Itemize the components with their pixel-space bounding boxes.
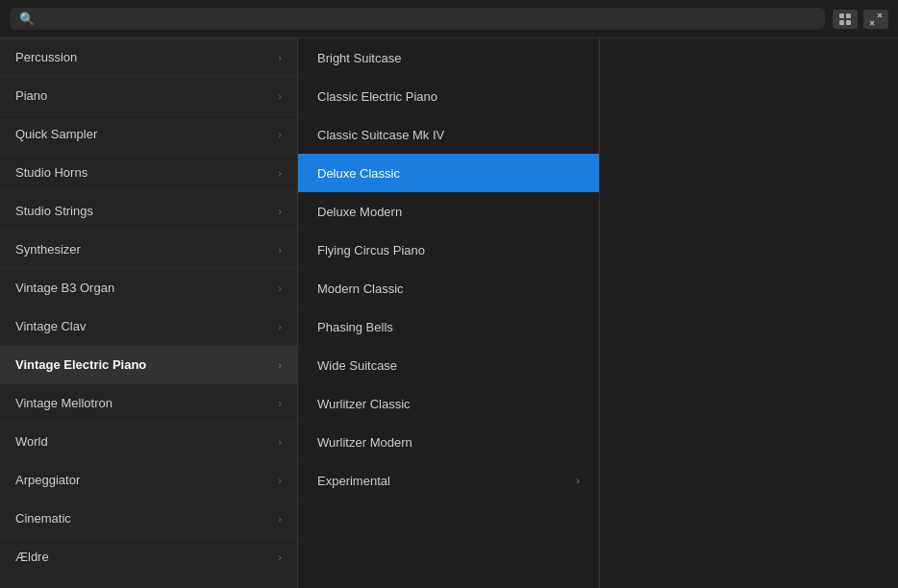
svg-rect-3 xyxy=(846,20,851,25)
right-panel-item[interactable]: Phasing Bells xyxy=(298,307,599,346)
left-menu-item[interactable]: Ældre› xyxy=(0,538,297,576)
sub-item-label: Wide Suitcase xyxy=(317,358,397,373)
menu-item-label: Studio Horns xyxy=(15,165,87,180)
menu-item-label: Vintage Electric Piano xyxy=(15,357,146,372)
chevron-right-icon: › xyxy=(278,206,282,217)
menu-item-label: World xyxy=(15,434,48,449)
sub-item-label: Wurlitzer Modern xyxy=(317,435,412,450)
right-panel-item[interactable]: Flying Circus Piano xyxy=(298,231,599,269)
left-menu-item[interactable]: Vintage Mellotron› xyxy=(0,384,297,423)
content-area: Percussion›Piano›Quick Sampler›Studio Ho… xyxy=(0,38,898,588)
chevron-right-icon: › xyxy=(278,52,282,63)
left-panel: Percussion›Piano›Quick Sampler›Studio Ho… xyxy=(0,38,298,588)
menu-item-label: Synthesizer xyxy=(15,242,81,257)
left-menu-item[interactable]: Studio Strings› xyxy=(0,192,297,231)
right-panel: Bright SuitcaseClassic Electric PianoCla… xyxy=(298,38,600,588)
chevron-right-icon: › xyxy=(278,436,282,448)
chevron-right-icon: › xyxy=(278,398,282,409)
left-menu-item[interactable]: Vintage Clav› xyxy=(0,307,297,346)
left-menu-item[interactable]: Piano› xyxy=(0,77,297,115)
sub-item-label: Deluxe Classic xyxy=(317,166,400,181)
left-menu-item[interactable]: Quick Sampler› xyxy=(0,115,297,154)
sub-item-label: Phasing Bells xyxy=(317,320,393,334)
right-panel-item[interactable]: Classic Electric Piano xyxy=(298,77,599,115)
right-panel-item[interactable]: Bright Suitcase xyxy=(298,38,599,77)
menu-item-label: Percussion xyxy=(15,50,77,64)
right-panel-item[interactable]: Wurlitzer Classic xyxy=(298,384,599,423)
menu-item-label: Vintage Mellotron xyxy=(15,396,112,410)
left-menu-item[interactable]: World› xyxy=(0,423,297,461)
chevron-right-icon: › xyxy=(278,90,282,102)
left-menu-item[interactable]: Arpeggiator› xyxy=(0,461,297,500)
search-bar: 🔍 xyxy=(0,0,898,38)
chevron-right-icon: › xyxy=(278,244,282,256)
chevron-right-icon: › xyxy=(278,321,282,332)
right-panel-item[interactable]: Deluxe Classic xyxy=(298,154,599,192)
sub-item-label: Classic Electric Piano xyxy=(317,89,437,104)
left-menu-item[interactable]: Cinematic› xyxy=(0,500,297,538)
chevron-right-icon: › xyxy=(278,475,282,486)
right-panel-item[interactable]: Wide Suitcase xyxy=(298,346,599,384)
menu-item-label: Ældre xyxy=(15,550,49,564)
far-right-panel xyxy=(600,38,898,588)
svg-rect-0 xyxy=(839,13,844,18)
right-panel-item[interactable]: Deluxe Modern xyxy=(298,192,599,231)
left-menu-item[interactable]: Studio Horns› xyxy=(0,154,297,192)
grid-view-button[interactable] xyxy=(833,10,858,29)
menu-item-label: Studio Strings xyxy=(15,204,93,218)
sub-item-label: Bright Suitcase xyxy=(317,51,401,65)
right-panel-item[interactable]: Wurlitzer Modern xyxy=(298,423,599,461)
menu-item-label: Piano xyxy=(15,88,47,103)
chevron-right-icon: › xyxy=(278,513,282,525)
menu-item-label: Cinematic xyxy=(15,511,71,526)
collapse-button[interactable] xyxy=(863,10,888,29)
svg-rect-1 xyxy=(846,13,851,18)
right-panel-item[interactable]: Modern Classic xyxy=(298,269,599,307)
svg-rect-2 xyxy=(839,20,844,25)
search-input[interactable] xyxy=(40,12,815,26)
chevron-right-icon: › xyxy=(278,551,282,563)
sub-item-label: Experimental xyxy=(317,474,390,488)
sub-item-label: Classic Suitcase Mk IV xyxy=(317,128,444,142)
chevron-right-icon: › xyxy=(278,282,282,294)
sub-item-label: Modern Classic xyxy=(317,282,404,296)
menu-item-label: Arpeggiator xyxy=(15,473,80,487)
chevron-right-icon: › xyxy=(576,475,580,486)
left-menu-item[interactable]: Vintage B3 Organ› xyxy=(0,269,297,307)
menu-item-label: Vintage Clav xyxy=(15,319,86,333)
sub-item-label: Deluxe Modern xyxy=(317,205,402,219)
right-panel-item[interactable]: Experimental› xyxy=(298,461,599,500)
sub-item-label: Wurlitzer Classic xyxy=(317,397,411,411)
search-icon: 🔍 xyxy=(19,12,35,26)
chevron-right-icon: › xyxy=(278,129,282,140)
chevron-right-icon: › xyxy=(278,359,282,371)
right-panel-item[interactable]: Classic Suitcase Mk IV xyxy=(298,115,599,154)
toolbar-icons xyxy=(833,10,888,29)
menu-item-label: Vintage B3 Organ xyxy=(15,281,114,295)
chevron-right-icon: › xyxy=(278,167,282,179)
left-menu-item[interactable]: Synthesizer› xyxy=(0,231,297,269)
sub-item-label: Flying Circus Piano xyxy=(317,243,425,257)
menu-item-label: Quick Sampler xyxy=(15,127,97,141)
search-input-wrapper: 🔍 xyxy=(10,8,825,30)
left-menu-item[interactable]: Percussion› xyxy=(0,38,297,77)
left-menu-item[interactable]: Vintage Electric Piano› xyxy=(0,346,297,384)
